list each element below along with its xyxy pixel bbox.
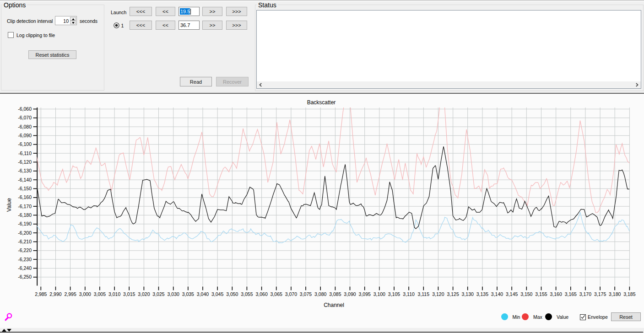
svg-text:-6,120: -6,120 <box>18 159 32 165</box>
svg-text:3,140: 3,140 <box>491 291 503 297</box>
svg-text:3,055: 3,055 <box>241 291 253 297</box>
svg-text:-6,070: -6,070 <box>18 115 32 120</box>
svg-text:3,115: 3,115 <box>418 291 430 297</box>
svg-text:3,095: 3,095 <box>359 291 371 297</box>
svg-text:3,170: 3,170 <box>579 291 591 297</box>
svg-text:3,105: 3,105 <box>388 291 400 297</box>
svg-text:-6,230: -6,230 <box>18 257 32 262</box>
svg-text:3,085: 3,085 <box>329 291 341 297</box>
svg-text:3,025: 3,025 <box>152 291 164 297</box>
svg-text:3,030: 3,030 <box>168 291 179 297</box>
svg-text:3,040: 3,040 <box>197 291 209 297</box>
svg-text:Channel: Channel <box>324 302 344 308</box>
svg-text:3,125: 3,125 <box>447 291 459 297</box>
svg-text:-6,210: -6,210 <box>18 239 32 244</box>
svg-text:-6,220: -6,220 <box>18 247 32 253</box>
svg-text:3,185: 3,185 <box>623 291 635 297</box>
svg-text:3,110: 3,110 <box>403 291 415 297</box>
svg-text:3,175: 3,175 <box>594 291 606 297</box>
svg-text:3,010: 3,010 <box>108 291 120 297</box>
svg-text:-6,100: -6,100 <box>18 141 32 147</box>
svg-text:3,180: 3,180 <box>609 291 621 297</box>
svg-text:3,000: 3,000 <box>79 291 91 297</box>
svg-text:Value: Value <box>6 198 12 212</box>
svg-text:-6,250: -6,250 <box>18 274 32 279</box>
svg-text:3,130: 3,130 <box>462 291 474 297</box>
svg-text:-6,200: -6,200 <box>18 230 32 236</box>
svg-text:3,050: 3,050 <box>226 291 238 297</box>
svg-text:-6,140: -6,140 <box>18 177 32 183</box>
svg-text:2,990: 2,990 <box>49 291 61 297</box>
svg-text:3,100: 3,100 <box>373 291 385 297</box>
svg-text:3,165: 3,165 <box>565 291 577 297</box>
svg-text:3,070: 3,070 <box>285 291 297 297</box>
svg-text:Backscatter: Backscatter <box>307 99 336 106</box>
svg-text:3,160: 3,160 <box>550 291 562 297</box>
svg-text:3,065: 3,065 <box>271 291 282 297</box>
svg-text:3,155: 3,155 <box>535 291 547 297</box>
svg-text:-6,130: -6,130 <box>18 168 32 173</box>
svg-text:-6,080: -6,080 <box>18 124 32 129</box>
svg-text:2,995: 2,995 <box>64 291 76 297</box>
svg-text:-6,150: -6,150 <box>18 186 32 191</box>
svg-text:2,985: 2,985 <box>35 291 47 297</box>
svg-text:-6,060: -6,060 <box>18 106 32 112</box>
svg-text:-6,090: -6,090 <box>18 133 32 138</box>
svg-text:3,080: 3,080 <box>314 291 326 297</box>
svg-text:3,020: 3,020 <box>138 291 150 297</box>
svg-text:-6,170: -6,170 <box>18 204 32 209</box>
svg-text:3,150: 3,150 <box>520 291 532 297</box>
svg-text:3,045: 3,045 <box>211 291 223 297</box>
svg-text:-6,180: -6,180 <box>18 212 32 218</box>
svg-text:3,035: 3,035 <box>182 291 194 297</box>
svg-text:-6,190: -6,190 <box>18 221 32 226</box>
svg-text:3,120: 3,120 <box>432 291 444 297</box>
svg-text:-6,240: -6,240 <box>18 265 32 271</box>
svg-text:3,135: 3,135 <box>476 291 488 297</box>
svg-text:3,060: 3,060 <box>255 291 267 297</box>
svg-text:3,005: 3,005 <box>94 291 106 297</box>
svg-text:-6,160: -6,160 <box>18 194 32 200</box>
svg-text:3,090: 3,090 <box>344 291 356 297</box>
svg-text:3,015: 3,015 <box>123 291 135 297</box>
svg-text:3,075: 3,075 <box>300 291 312 297</box>
svg-text:3,145: 3,145 <box>506 291 518 297</box>
svg-text:-6,110: -6,110 <box>18 150 32 156</box>
